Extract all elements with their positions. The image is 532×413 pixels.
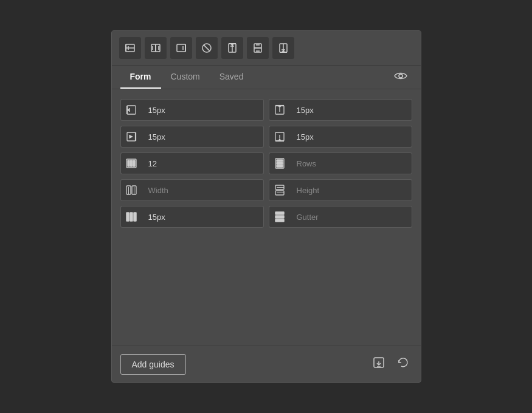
rows-icon	[269, 152, 291, 174]
visibility-button[interactable]	[389, 66, 412, 89]
columns-icon	[120, 152, 142, 174]
form-row-1	[120, 99, 412, 121]
row-gutter-input[interactable]	[291, 206, 412, 228]
tab-custom[interactable]: Custom	[161, 66, 210, 89]
tabs-bar: Form Custom Saved	[112, 66, 421, 89]
field-bottom-margin	[269, 126, 412, 148]
align-left-button[interactable]	[119, 37, 141, 59]
field-rows	[269, 152, 412, 174]
svg-rect-8	[177, 44, 185, 52]
field-left-margin	[120, 99, 264, 121]
bottom-margin-input[interactable]	[291, 126, 412, 148]
svg-rect-47	[133, 160, 135, 166]
svg-marker-35	[278, 106, 282, 108]
form-row-5	[120, 206, 412, 228]
field-top-margin	[269, 99, 412, 121]
align-bottom-button[interactable]	[272, 37, 294, 59]
form-row-3	[120, 152, 412, 174]
svg-line-12	[203, 45, 209, 51]
svg-rect-51	[277, 165, 283, 167]
left-margin-input[interactable]	[142, 99, 264, 121]
svg-rect-46	[131, 160, 133, 166]
bottom-margin-icon	[269, 126, 291, 148]
svg-rect-49	[277, 160, 283, 162]
left-margin-icon	[120, 99, 142, 121]
svg-marker-43	[278, 138, 282, 141]
field-right-margin	[120, 126, 264, 148]
field-columns	[120, 152, 264, 174]
svg-rect-65	[275, 219, 284, 222]
field-row-gutter	[269, 206, 412, 228]
row-gutter-icon	[269, 206, 291, 228]
align-center-h-button[interactable]	[145, 37, 167, 59]
top-margin-input[interactable]	[291, 99, 412, 121]
column-gutter-icon	[120, 206, 142, 228]
svg-point-27	[399, 74, 402, 78]
save-button[interactable]	[370, 353, 388, 375]
align-right-button[interactable]	[170, 37, 192, 59]
rows-input[interactable]	[291, 152, 412, 174]
form-content	[112, 89, 421, 346]
toolbar	[112, 31, 421, 66]
svg-rect-64	[275, 216, 284, 218]
panel: Form Custom Saved	[111, 30, 421, 383]
height-input[interactable]	[291, 179, 412, 201]
svg-rect-60	[126, 213, 129, 221]
tab-saved[interactable]: Saved	[210, 66, 254, 89]
svg-marker-39	[130, 135, 133, 138]
columns-input[interactable]	[142, 152, 264, 174]
svg-rect-63	[275, 212, 284, 214]
column-width-icon	[120, 179, 142, 201]
field-column-width	[120, 179, 264, 201]
form-row-2	[120, 126, 412, 148]
form-row-4	[120, 179, 412, 201]
right-margin-input[interactable]	[142, 126, 264, 148]
align-middle-v-button[interactable]	[247, 37, 269, 59]
align-top-button[interactable]	[221, 37, 243, 59]
svg-rect-45	[128, 160, 130, 166]
top-margin-icon	[269, 99, 291, 121]
width-input[interactable]	[142, 179, 264, 201]
add-guides-button[interactable]: Add guides	[120, 354, 186, 375]
row-height-icon	[269, 179, 291, 201]
footer: Add guides	[112, 346, 421, 382]
svg-rect-61	[130, 213, 133, 221]
right-margin-icon	[120, 126, 142, 148]
reset-button[interactable]	[394, 353, 412, 375]
column-gutter-input[interactable]	[142, 206, 264, 228]
tab-form[interactable]: Form	[120, 66, 161, 89]
field-column-gutter	[120, 206, 264, 228]
svg-rect-62	[134, 213, 136, 221]
svg-rect-50	[277, 163, 283, 165]
no-guide-button[interactable]	[196, 37, 218, 59]
footer-icons	[370, 353, 412, 375]
field-row-height	[269, 179, 412, 201]
